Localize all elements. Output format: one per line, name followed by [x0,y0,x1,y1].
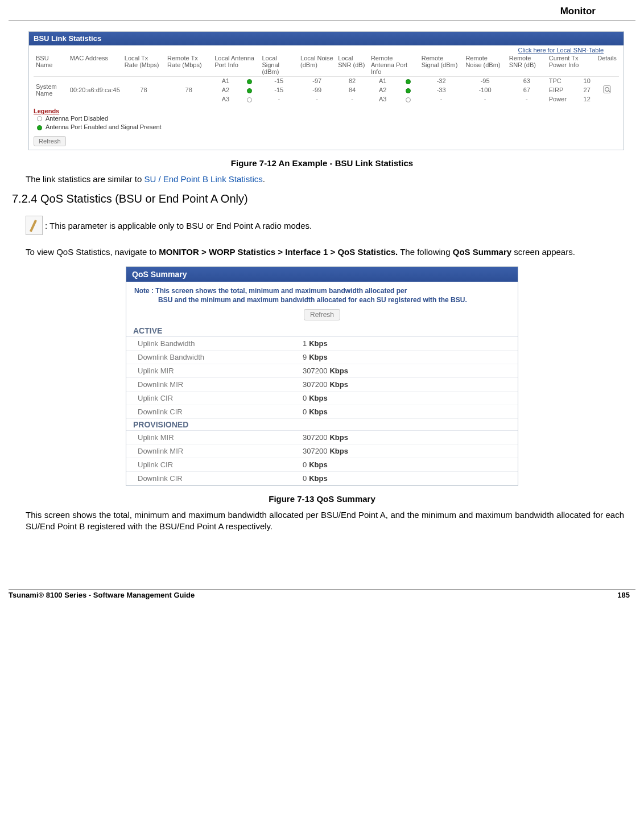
remote-port-cell: A2 [369,85,397,95]
qos-row-label: Uplink MIR [138,367,303,375]
qos-row: Uplink CIR0Kbps [126,392,518,405]
footer-page-number: 185 [617,591,630,599]
qos-row: Uplink CIR0Kbps [126,458,518,472]
qos-row-unit: Kbps [309,460,328,469]
page-header-section: Monitor [9,6,635,20]
qos-row-value: 0 [303,407,307,416]
local-noise-cell: -97 [298,77,336,85]
panel-title: BSU Link Statistics [29,32,624,46]
qos-row-label: Uplink MIR [138,433,303,442]
txpower-label-cell: EIRP [547,85,579,95]
qos-row-value: 1 [303,339,307,348]
txpower-label-cell: Power [547,95,579,103]
qos-provisioned-heading: PROVISIONED [126,419,518,431]
qos-row: Downlink MIR307200Kbps [126,444,518,458]
qos-row: Downlink Bandwidth9Kbps [126,351,518,364]
remote-snr-cell: 63 [507,77,547,85]
local-port-state-icon [239,95,260,103]
qos-row-label: Downlink MIR [138,380,303,389]
txpower-value-cell: 12 [579,95,595,103]
note-text: : This parameter is applicable only to B… [45,221,312,230]
qos-refresh-button[interactable]: Refresh [304,309,340,320]
local-port-cell: A3 [212,95,238,103]
figure-7-13-caption: Figure 7-13 QoS Summary [9,494,635,504]
qos-panel-title: QoS Summary [126,267,518,282]
qos-row: Downlink MIR307200Kbps [126,378,518,392]
legends-heading: Legends [29,105,624,114]
col-l-sig: Local Signal (dBm) [259,53,298,77]
qos-row-label: Downlink MIR [138,447,303,455]
refresh-button[interactable]: Refresh [34,136,66,146]
legend-enabled-icon [37,125,42,130]
qos-row-value: 307200 [303,447,327,455]
qos-row-value: 307200 [303,433,327,442]
col-local-ant: Local Antenna Port Info [212,53,259,77]
qos-row-unit: Kbps [309,394,328,402]
qos-row: Downlink CIR0Kbps [126,405,518,419]
qos-row-unit: Kbps [329,433,348,442]
magnifier-icon[interactable] [603,85,611,93]
legend-list: Antenna Port Disabled Antenna Port Enabl… [29,114,624,135]
local-signal-cell: - [259,95,298,103]
qos-row-value: 307200 [303,367,327,375]
details-cell[interactable] [595,85,619,95]
note-pencil-icon [26,216,43,235]
col-local-tx: Local Tx Rate (Mbps) [122,53,165,77]
qos-row-unit: Kbps [309,339,328,348]
remote-signal-cell: -32 [419,77,464,85]
qos-row-unit: Kbps [329,380,348,389]
qos-summary-panel: QoS Summary Note : This screen shows the… [126,266,518,486]
legend-disabled-icon [37,116,42,121]
local-port-state-icon [239,77,260,85]
qos-note: Note : This screen shows the total, mini… [126,282,518,306]
su-endpoint-b-link[interactable]: SU / End Point B Link Statistics [144,174,262,184]
top-divider [9,20,635,21]
bsu-name-cell: System Name [34,77,68,104]
qos-active-heading: ACTIVE [126,325,518,337]
qos-row-label: Downlink CIR [138,407,303,416]
remote-port-cell: A1 [369,77,397,85]
txpower-value-cell: 10 [579,77,595,85]
local-signal-cell: -15 [259,85,298,95]
qos-row-value: 9 [303,353,307,361]
col-l-noise: Local Noise (dBm) [298,53,336,77]
qos-row: Uplink MIR307200Kbps [126,364,518,378]
note-row: : This parameter is applicable only to B… [26,216,624,235]
qos-row-unit: Kbps [329,447,348,455]
col-txpower: Current Tx Power Info [547,53,596,77]
link-stats-similar-para: The link statistics are similar to SU / … [26,174,624,185]
qos-row-value: 0 [303,474,307,483]
remote-noise-cell: -95 [463,77,506,85]
txpower-value-cell: 27 [579,85,595,95]
closing-para: This screen shows the total, minimum and… [26,509,624,533]
qos-row-label: Uplink Bandwidth [138,339,303,348]
col-remote-tx: Remote Tx Rate (Mbps) [165,53,212,77]
local-signal-cell: -15 [259,77,298,85]
remote-noise-cell: - [463,95,506,103]
qos-row-label: Uplink CIR [138,394,303,402]
local-snr-table-link[interactable]: Click here for Local SNR-Table [518,47,604,53]
bottom-divider [9,589,635,590]
remote-port-state-icon [397,77,419,85]
figure-7-12-caption: Figure 7-12 An Example - BSU Link Statis… [9,158,635,168]
bsu-link-statistics-panel: BSU Link Statistics Click here for Local… [28,31,624,150]
remote-signal-cell: - [419,95,464,103]
page-footer: Tsunami® 8100 Series - Software Manageme… [0,591,644,607]
mac-cell: 00:20:a6:d9:ca:45 [68,77,122,104]
local-noise-cell: -99 [298,85,336,95]
qos-row-value: 0 [303,460,307,469]
legend-enabled-text: Antenna Port Enabled and Signal Present [46,123,162,131]
col-r-noise: Remote Noise (dBm) [463,53,506,77]
local-port-cell: A1 [212,77,238,85]
local-port-cell: A2 [212,85,238,95]
col-r-sig: Remote Signal (dBm) [419,53,464,77]
local-snr-cell: 82 [336,77,369,85]
local-noise-cell: - [298,95,336,103]
qos-row: Uplink MIR307200Kbps [126,431,518,444]
remote-port-state-icon [397,95,419,103]
col-remote-ant: Remote Antenna Port Info [369,53,419,77]
bsu-statistics-table: BSU Name MAC Address Local Tx Rate (Mbps… [34,53,619,103]
qos-row-unit: Kbps [309,353,328,361]
remote-snr-cell: 67 [507,85,547,95]
local-snr-cell: - [336,95,369,103]
